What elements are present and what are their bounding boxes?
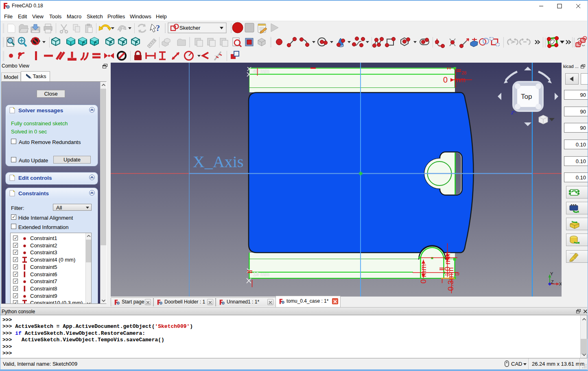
svg-text:Z: Z: [551, 279, 554, 284]
svg-text:19: 19: [455, 271, 459, 276]
svg-text:40 mm: 40 mm: [253, 68, 269, 74]
svg-text:0 mm: 0 mm: [419, 264, 428, 284]
svg-text:19 mm: 19 mm: [253, 271, 269, 277]
svg-text:?: ?: [156, 24, 160, 33]
svg-text:Top: Top: [521, 93, 532, 100]
svg-text:z: z: [511, 109, 514, 116]
svg-text:mm: mm: [455, 76, 466, 83]
svg-text:X_Axis: X_Axis: [193, 153, 243, 171]
svg-text:Sketcher: Sketcher: [179, 25, 201, 31]
svg-text:28: 28: [461, 70, 466, 75]
svg-text:0.3mm: 0.3mm: [446, 267, 455, 291]
svg-text:0: 0: [443, 75, 448, 84]
svg-text:Y: Y: [550, 271, 553, 276]
